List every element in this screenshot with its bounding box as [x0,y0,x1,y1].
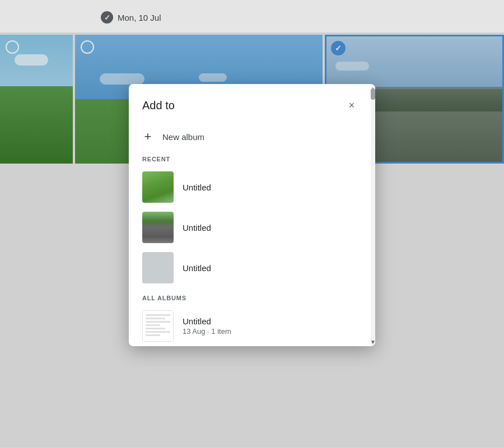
add-to-dialog: Add to × + New album RECENT Untitled [129,84,375,346]
album-thumb-3 [142,252,174,283]
doc-line [146,324,160,326]
album-info-3: Untitled [183,263,362,273]
thumb-green-1 [142,171,174,203]
scroll-thumb[interactable] [371,89,375,100]
album-info-1: Untitled [183,183,362,192]
doc-line [146,318,165,319]
all-albums-section-label: ALL ALBUMS [129,288,375,306]
scrollbar[interactable]: ▲ ▼ [371,84,375,346]
dialog-header: Add to × [129,84,375,124]
album-name-3: Untitled [183,263,362,273]
recent-section-label: RECENT [129,149,375,167]
album-name-all-1: Untitled [183,316,362,326]
thumb-road-2 [142,212,174,243]
doc-line [146,331,170,333]
scroll-arrow-down[interactable]: ▼ [371,337,375,346]
recent-album-3[interactable]: Untitled [129,248,375,288]
dialog-overlay: Add to × + New album RECENT Untitled [0,0,504,447]
all-album-1[interactable]: Untitled 13 Aug · 1 item [129,306,375,346]
new-album-button[interactable]: + New album [129,124,375,149]
recent-album-2[interactable]: Untitled [129,207,375,248]
plus-icon: + [142,131,153,142]
album-name-2: Untitled [183,223,362,232]
album-info-all-1: Untitled 13 Aug · 1 item [183,316,362,336]
doc-line [146,321,170,323]
thumb-gray-3 [142,252,174,283]
doc-line [146,328,165,329]
album-name-1: Untitled [183,183,362,192]
dialog-body[interactable]: + New album RECENT Untitled U [129,124,375,346]
doc-line [146,314,170,316]
dialog-close-button[interactable]: × [342,95,362,115]
album-info-2: Untitled [183,223,362,232]
new-album-label: New album [162,132,204,142]
album-thumb-1 [142,171,174,203]
doc-line [146,334,160,336]
album-thumb-all-1 [142,310,174,342]
album-meta-all-1: 13 Aug · 1 item [183,327,362,336]
dialog-title: Add to [142,99,175,112]
album-thumb-2 [142,212,174,243]
recent-album-1[interactable]: Untitled [129,167,375,207]
thumb-doc-1 [142,310,174,342]
